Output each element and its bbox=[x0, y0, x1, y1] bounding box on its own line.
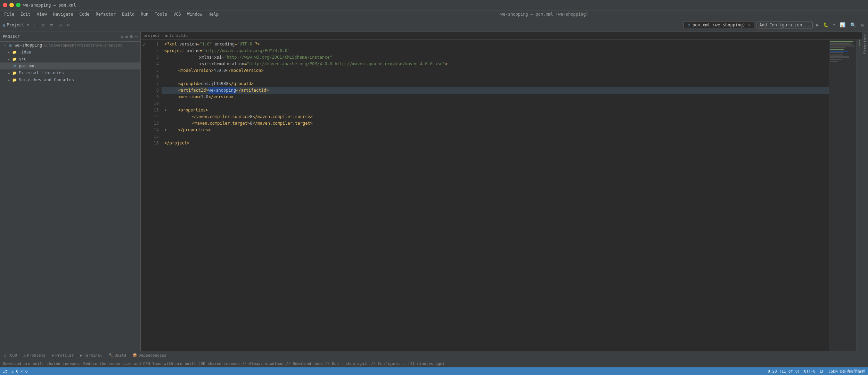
idea-arrow-icon: ▸ bbox=[7, 50, 11, 54]
minimap-line bbox=[830, 55, 843, 56]
tab-profiler-label: Profiler bbox=[55, 353, 74, 358]
tab-terminal[interactable]: ▶ Terminal bbox=[77, 352, 105, 359]
breadcrumb-artifactid[interactable]: artifactId bbox=[165, 33, 188, 38]
run-toolbar: ▶ 🐛 ☂ 📊 bbox=[815, 22, 847, 28]
code-line-9: <version> 1.0 </version> bbox=[162, 94, 829, 100]
fold-arrow-11[interactable]: ▾ bbox=[164, 107, 167, 114]
tree-idea[interactable]: ▸ 📁 .idea bbox=[0, 49, 140, 56]
menu-vcs[interactable]: VCS bbox=[171, 11, 184, 17]
app-title: we-shopping – pom.xml (we-shopping) bbox=[500, 12, 588, 17]
menu-file[interactable]: File bbox=[1, 11, 17, 17]
minimap-line bbox=[830, 49, 844, 50]
menu-build[interactable]: Build bbox=[119, 11, 137, 17]
maximize-button[interactable] bbox=[16, 3, 21, 7]
root-project-icon: ▤ bbox=[8, 42, 13, 48]
tab-close-icon[interactable]: ✕ bbox=[748, 23, 751, 27]
tab-problems[interactable]: ⚠ Problems bbox=[21, 352, 48, 359]
tab-build-label: Build bbox=[115, 353, 126, 358]
code-line-8: <artifactId> we-shopping </artifactId> bbox=[162, 87, 829, 94]
status-left: ⎇ ⚠ 0 ✕ 0 bbox=[3, 369, 27, 374]
tree-src[interactable]: ▸ 📁 src bbox=[0, 56, 140, 62]
tree-pom[interactable]: ▸ 🗎 pom.xml bbox=[0, 62, 140, 69]
structure-panel: Structure bbox=[862, 32, 868, 351]
columns-icon[interactable]: ≡ bbox=[49, 22, 54, 28]
menu-tools[interactable]: Tools bbox=[152, 11, 170, 17]
code-line-10 bbox=[162, 100, 829, 107]
run-button[interactable]: ▶ bbox=[815, 22, 820, 28]
sidebar-gear-icon[interactable]: ⋯ bbox=[135, 34, 138, 39]
menu-window[interactable]: Window bbox=[185, 11, 205, 17]
menu-edit[interactable]: Edit bbox=[18, 11, 33, 17]
editor-area: project › artifactId ✓ 12345 678910 1112… bbox=[141, 32, 862, 351]
status-csdn: CSDN @会功夫学编程 bbox=[828, 369, 865, 374]
breadcrumb-sep: › bbox=[161, 33, 163, 38]
breadcrumb-project[interactable]: project bbox=[144, 33, 159, 38]
minimize-button[interactable] bbox=[9, 3, 14, 7]
idea-folder-icon: 📁 bbox=[12, 49, 17, 55]
code-line-5: <modelVersion> 4.0.0 </modelVersion> bbox=[162, 67, 829, 74]
search-button[interactable]: 🔍 bbox=[849, 22, 858, 28]
menu-run[interactable]: Run bbox=[138, 11, 151, 17]
add-configuration-button[interactable]: Add Configuration... bbox=[756, 22, 813, 28]
project-icon: ▤ bbox=[3, 23, 5, 27]
expand-icon[interactable]: ⊞ bbox=[57, 22, 63, 28]
filter-icon[interactable]: ≔ bbox=[66, 22, 71, 28]
minimap-line bbox=[830, 59, 842, 60]
tree-root[interactable]: ▾ ▤ we-shopping D:\developmentProjects\w… bbox=[0, 42, 140, 49]
tab-dependencies[interactable]: 📦 Dependencies bbox=[130, 352, 169, 359]
settings-icon[interactable]: ⚙ bbox=[40, 22, 46, 28]
sidebar-settings-icon[interactable]: ⚙ bbox=[121, 34, 123, 39]
code-line-6 bbox=[162, 74, 829, 81]
root-arrow-icon: ▾ bbox=[3, 43, 7, 47]
coverage-button[interactable]: ☂ bbox=[832, 22, 837, 28]
sidebar-title: Project bbox=[3, 34, 20, 39]
code-line-2: <project xmlns="http://maven.apache.org/… bbox=[162, 48, 829, 54]
status-branch-icon[interactable]: ⎇ bbox=[3, 369, 7, 374]
profiler-icon: ◈ bbox=[52, 353, 54, 358]
scrollbar-gutter[interactable] bbox=[857, 40, 862, 351]
toolbar-sep: | bbox=[33, 23, 36, 27]
pom-label: pom.xml bbox=[19, 64, 36, 68]
status-position[interactable]: 8:28 (11 of 8) bbox=[768, 369, 800, 374]
tab-file-icon: 🗎 bbox=[687, 23, 691, 27]
window-title: we-shopping – pom.xml bbox=[23, 3, 76, 8]
fold-arrow-14[interactable]: ▾ bbox=[164, 127, 167, 133]
extlib-folder-icon: 📁 bbox=[12, 70, 17, 76]
structure-label[interactable]: Structure bbox=[863, 33, 867, 54]
tree-scratches[interactable]: ▸ 📁 Scratches and Consoles bbox=[0, 76, 140, 83]
tab-todo-label: TODO bbox=[8, 353, 17, 358]
minimap-line bbox=[830, 56, 849, 57]
code-line-12: <maven.compiler.source> 8 </maven.compil… bbox=[162, 114, 829, 120]
status-right: 8:28 (11 of 8) UTF-8 LF CSDN @会功夫学编程 bbox=[768, 369, 865, 374]
bottom-tabs: ☑ TODO ⚠ Problems ◈ Profiler ▶ Terminal … bbox=[0, 351, 868, 360]
close-button[interactable] bbox=[3, 3, 7, 7]
menu-navigate[interactable]: Navigate bbox=[50, 11, 76, 17]
sidebar-collapse-icon[interactable]: ≡ bbox=[125, 34, 128, 39]
settings-button[interactable]: ⚙ bbox=[860, 22, 865, 28]
menu-help[interactable]: Help bbox=[206, 11, 221, 17]
tab-build[interactable]: 🔨 Build bbox=[106, 352, 129, 359]
scratch-folder-icon: 📁 bbox=[12, 77, 17, 83]
sidebar-expand-icon[interactable]: ⊞ bbox=[130, 34, 133, 39]
status-encoding: UTF-8 bbox=[804, 369, 816, 374]
code-line-13: <maven.compiler.target> 8 </maven.compil… bbox=[162, 120, 829, 127]
project-selector[interactable]: ▤ Project ▾ bbox=[3, 23, 29, 27]
tree-ext-libs[interactable]: ▸ 📁 External Libraries bbox=[0, 69, 140, 76]
dependencies-icon: 📦 bbox=[132, 353, 137, 358]
tab-problems-label: Problems bbox=[27, 353, 46, 358]
tab-todo[interactable]: ☑ TODO bbox=[1, 352, 20, 359]
minimap-content bbox=[829, 40, 857, 351]
profiler-button[interactable]: 📊 bbox=[838, 22, 847, 28]
notification-bar: Download pre-built shared indexes: Reduc… bbox=[0, 360, 868, 367]
menu-refactor[interactable]: Refactor bbox=[93, 11, 118, 17]
toolbar-right: 🗎 pom.xml (we-shopping) ✕ Add Configurat… bbox=[683, 22, 865, 28]
debug-button[interactable]: 🐛 bbox=[822, 22, 830, 28]
status-warnings[interactable]: ⚠ 0 ✕ 0 bbox=[11, 369, 27, 374]
tab-profiler[interactable]: ◈ Profiler bbox=[49, 352, 77, 359]
menu-code[interactable]: Code bbox=[77, 11, 92, 17]
menu-view[interactable]: View bbox=[34, 11, 50, 17]
code-line-4: xsi:schemaLocation="http://maven.apache.… bbox=[162, 61, 829, 67]
code-content[interactable]: <?xml version="1.0" encoding="UTF-8" ?> … bbox=[162, 40, 829, 351]
minimap-line bbox=[830, 47, 845, 48]
terminal-icon: ▶ bbox=[80, 353, 82, 358]
